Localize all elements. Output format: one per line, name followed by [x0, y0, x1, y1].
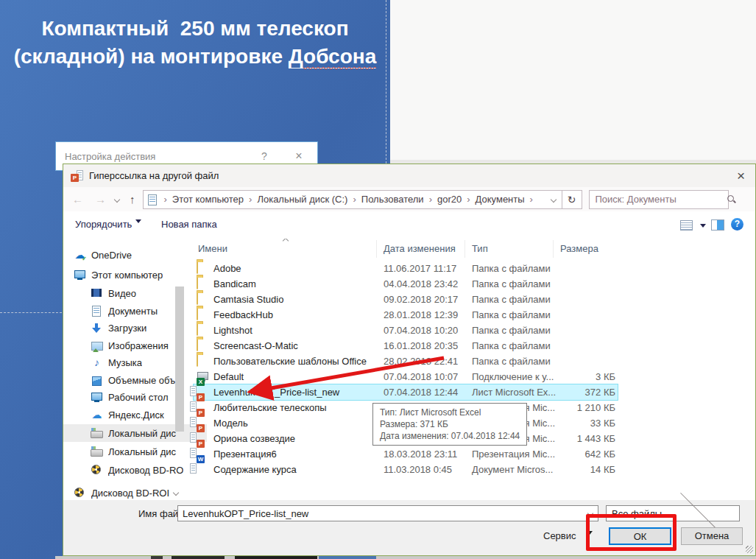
file-type: Папка с файлами — [472, 278, 551, 289]
folder-icon — [197, 354, 198, 367]
resize-grip[interactable] — [746, 546, 753, 553]
breadcrumb-items: ›Этот компьютер›Локальный диск (C:)›Поль… — [159, 194, 538, 205]
file-date: 07.04.2018 10:07 — [384, 371, 458, 382]
breadcrumb-item[interactable]: gor20 — [437, 194, 462, 205]
sidebar-item[interactable]: OneDrive — [63, 246, 190, 264]
tooltip-size: Размера: 371 КБ — [380, 418, 520, 430]
search-icon — [727, 194, 736, 204]
breadcrumb-separator-icon: › — [249, 194, 252, 205]
back-icon[interactable]: ← — [72, 194, 83, 205]
forward-icon[interactable]: → — [95, 194, 106, 205]
new-folder-button[interactable]: Новая папка — [161, 219, 217, 230]
tooltip-date: Дата изменения: 07.04.2018 12:44 — [380, 430, 520, 442]
view-list-icon[interactable] — [680, 220, 693, 231]
folder-icon — [197, 323, 198, 336]
sidebar-item[interactable]: Этот компьютер — [63, 266, 190, 284]
taskbar-sliver — [55, 556, 756, 559]
expander-chevron-icon[interactable] — [173, 490, 179, 496]
sidebar-item[interactable]: Изображения — [63, 337, 207, 354]
sidebar-item[interactable]: Локальный дис — [63, 424, 207, 442]
sidebar-scrollbar[interactable] — [175, 286, 184, 432]
file-row[interactable]: XLevenhukOPT_Price-list_new07.04.2018 12… — [194, 384, 618, 400]
search-input[interactable] — [594, 193, 727, 205]
organize-button[interactable]: Упорядочить — [75, 219, 141, 230]
up-icon[interactable]: ↑ — [130, 194, 135, 205]
breadcrumb[interactable]: ›Этот компьютер›Локальный диск (C:)›Поль… — [143, 190, 562, 209]
file-date: 11.06.2017 11:17 — [384, 263, 456, 274]
sidebar-item-label: Этот компьютер — [91, 270, 163, 281]
folder-icon — [197, 261, 198, 274]
local-disk-icon — [91, 427, 103, 439]
close-icon[interactable]: × — [280, 150, 317, 163]
sidebar-item-label: Локальный дис — [108, 446, 176, 457]
sidebar-item-label: Документы — [108, 306, 158, 317]
file-type: Папка с файлами — [472, 309, 551, 320]
help-icon[interactable]: ? — [248, 150, 280, 162]
explorer-content: OneDriveЭтот компьютерВидеоДокументыЗагр… — [63, 239, 755, 500]
breadcrumb-item[interactable]: Локальный диск (C:) — [257, 194, 347, 205]
cancel-button[interactable]: Отмена — [681, 527, 743, 545]
slide-title: Компактный 250 мм телескоп(складной) на … — [0, 15, 390, 71]
file-row[interactable]: Camtasia Studio09.02.2018 20:17Папка с ф… — [194, 292, 618, 307]
folder-icon — [197, 339, 198, 351]
breadcrumb-separator-icon: › — [164, 194, 167, 205]
sidebar-item-label: Яндекс.Диск — [108, 409, 164, 421]
breadcrumb-item[interactable]: Документы — [476, 194, 525, 205]
cloud-drive-icon — [91, 409, 103, 421]
file-row[interactable]: PПрезентация618.03.2018 23:11Презентация… — [194, 446, 618, 462]
sidebar-item-label: Объемные объ — [108, 375, 175, 386]
sidebar-item[interactable]: Загрузки — [63, 319, 207, 337]
sidebar-item[interactable]: Музыка — [63, 354, 207, 371]
breadcrumb-separator-icon: › — [353, 194, 356, 205]
file-size: 1 210 КБ — [534, 402, 615, 413]
dialog-close-icon[interactable]: × — [734, 169, 748, 183]
file-row[interactable]: Screencast-O-Matic16.01.2018 20:35Папка … — [194, 338, 618, 354]
search-box[interactable] — [589, 190, 729, 209]
refresh-icon[interactable]: ↻ — [562, 190, 582, 209]
breadcrumb-separator-icon: › — [530, 194, 533, 205]
column-header-type[interactable]: Тип — [472, 243, 488, 254]
sidebar-item[interactable]: Яндекс.Диск — [63, 406, 207, 423]
nav-history-chevron-icon[interactable] — [114, 196, 120, 202]
powerpoint-icon: P — [71, 170, 83, 182]
file-row[interactable]: WСодержание курса11.03.2018 0:45Документ… — [194, 462, 618, 477]
tools-button[interactable]: Сервис — [543, 530, 593, 541]
help-icon[interactable]: ? — [731, 218, 743, 231]
column-header-date[interactable]: Дата изменения — [384, 243, 456, 254]
action-settings-title: Настройка действия — [56, 151, 248, 162]
hyperlink-word: Добсона — [289, 45, 376, 68]
preview-pane-icon[interactable] — [711, 219, 724, 231]
sidebar-item[interactable]: Документы — [63, 302, 207, 320]
sidebar-item[interactable]: Объемные объ — [63, 371, 207, 389]
sidebar-item[interactable]: Рабочий стол — [63, 388, 207, 406]
filename-combobox[interactable] — [177, 505, 598, 521]
file-row[interactable]: Default07.04.2018 10:07Подключение к у..… — [194, 369, 618, 384]
file-row[interactable]: Пользовательские шаблоны Office28.02.201… — [194, 354, 618, 369]
file-row[interactable]: FeedbackHub28.01.2018 12:39Папка с файла… — [194, 307, 618, 323]
file-type: Папка с файлами — [472, 356, 551, 367]
sidebar-item[interactable]: Локальный дис — [63, 443, 207, 460]
breadcrumb-item[interactable]: Этот компьютер — [172, 194, 244, 205]
computer-icon — [74, 269, 86, 281]
3d-objects-icon — [91, 374, 103, 386]
sidebar-item[interactable]: Дисковод BD-ROI — [63, 484, 190, 500]
file-row[interactable]: Adobe11.06.2017 11:17Папка с файлами — [194, 261, 618, 276]
column-header-name[interactable]: Имени — [198, 243, 227, 254]
onedrive-icon — [74, 249, 86, 261]
views-dropdown-arrow-icon[interactable] — [700, 224, 706, 231]
command-toolbar: Упорядочить Новая папка ? — [63, 211, 755, 239]
sidebar-item[interactable]: Видео — [63, 284, 207, 302]
sidebar-item[interactable]: Дисковод BD-RO — [63, 461, 207, 479]
file-date: 07.04.2018 10:20 — [384, 325, 458, 336]
file-row[interactable]: Bandicam04.04.2018 23:42Папка с файлами — [194, 276, 618, 292]
filename-input[interactable] — [178, 508, 588, 519]
file-name: Пользовательские шаблоны Office — [213, 356, 367, 367]
slide-canvas-right — [390, 0, 756, 164]
address-dropdown-chevron-icon[interactable] — [550, 196, 556, 202]
local-disk-icon — [91, 446, 103, 457]
column-header-size[interactable]: Размера — [560, 243, 598, 254]
file-name: Модель — [213, 418, 248, 429]
breadcrumb-item[interactable]: Пользователи — [361, 194, 424, 205]
file-date: 11.03.2018 0:45 — [384, 464, 452, 475]
file-row[interactable]: Lightshot07.04.2018 10:20Папка с файлами — [194, 323, 618, 338]
